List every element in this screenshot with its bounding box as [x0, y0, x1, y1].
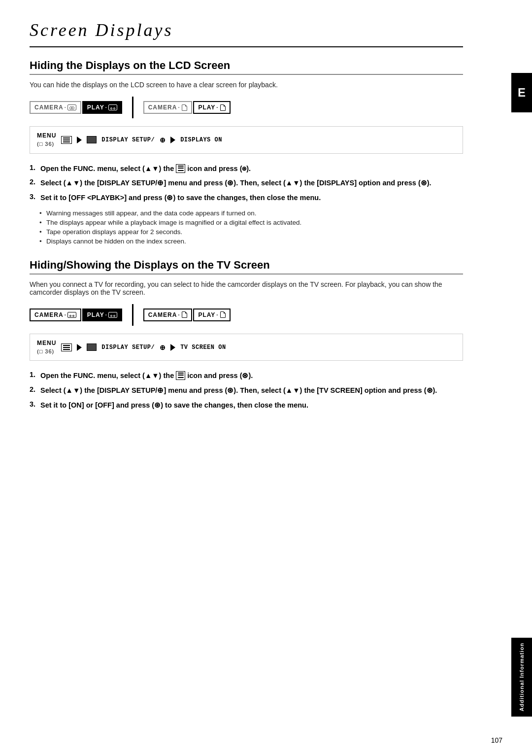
dot-sep-2: · — [105, 104, 107, 110]
step-content-2-1: Open the FUNC. menu, select (▲▼) the ☰ i… — [40, 371, 253, 381]
step-1-3: 3. Set it to [OFF <PLAYBK>] and press (⊛… — [30, 193, 463, 204]
bullet-1-4: Displays cannot be hidden on the index s… — [39, 238, 463, 245]
step-num-1-3: 3. — [30, 193, 37, 204]
play-card-badge-2: PLAY · — [193, 309, 231, 321]
dot-sep-7: · — [178, 312, 180, 318]
flow-arrow-2 — [170, 137, 175, 143]
play-tape-badge-2: PLAY · — [82, 309, 122, 321]
section-lcd: Hiding the Displays on the LCD Screen Yo… — [30, 59, 463, 245]
section-tv: Hiding/Showing the Displays on the TV Sc… — [30, 259, 463, 411]
bullet-1-3: Tape operation displays appear for 2 sec… — [39, 228, 463, 236]
flow-arrow-1 — [77, 137, 82, 143]
section1-left-badges: CAMERA · PLAY · — [30, 101, 122, 114]
section2-mode-row: CAMERA · PLAY · — [30, 304, 463, 326]
menu-title-1: MENU (□ 36) — [37, 132, 56, 148]
menu-line-1 — [63, 137, 70, 138]
step-1-1: 1. Open the FUNC. menu, select (▲▼) the … — [30, 164, 463, 174]
step-2-1: 1. Open the FUNC. menu, select (▲▼) the … — [30, 371, 463, 381]
dot-sep-3: · — [178, 104, 180, 110]
mode-vert-sep-1 — [132, 97, 133, 118]
dot-sep-4: · — [216, 104, 218, 110]
dot-sep-8: · — [216, 312, 218, 318]
dot-sep-6: · — [105, 312, 107, 318]
menu-line-3 — [63, 141, 70, 142]
section1-heading: Hiding the Displays on the LCD Screen — [30, 59, 463, 75]
section1-steps: 1. Open the FUNC. menu, select (▲▼) the … — [30, 164, 463, 204]
flow-screen-icon-2 — [87, 344, 97, 351]
camera-tape-badge-2: CAMERA · — [30, 309, 81, 321]
play-label-4: PLAY — [198, 311, 215, 318]
displays-on-label-1: DISPLAYS ON — [180, 137, 222, 143]
set-symbol-1: ⊕ — [160, 136, 166, 144]
sidebar-additional-text: Additional Information — [519, 643, 525, 711]
display-setup-label-2: DISPLAY SETUP/ — [101, 344, 155, 351]
menu-line-2 — [63, 139, 70, 140]
menu-line-5 — [63, 347, 70, 348]
step-content-1-3: Set it to [OFF <PLAYBK>] and press (⊛) t… — [40, 193, 321, 204]
camera-label-1: CAMERA — [34, 104, 64, 111]
step-2-3: 3. Set it to [ON] or [OFF] and press (⊛)… — [30, 400, 463, 411]
dot-sep-5: · — [65, 312, 66, 318]
flow-arrow-4 — [170, 344, 175, 351]
section1-intro: You can hide the displays on the LCD scr… — [30, 81, 463, 89]
play-label-3: PLAY — [87, 311, 104, 318]
camera-label-4: CAMERA — [148, 311, 177, 318]
play-label-2: PLAY — [198, 104, 215, 111]
flow-screen-icon-1 — [87, 136, 97, 143]
play-card-badge-1: PLAY · — [193, 101, 231, 114]
play-tape-badge-1: PLAY · — [82, 101, 122, 114]
step-2-2: 2. Select (▲▼) the [DISPLAY SETUP/⊕] men… — [30, 385, 463, 396]
page-title: Screen Displays — [30, 20, 463, 40]
mode-vert-sep-2 — [132, 304, 133, 326]
step-num-1-1: 1. — [30, 164, 37, 174]
menu-label-1: MENU — [37, 132, 56, 139]
section1-bullets: Warning messages still appear, and the d… — [39, 209, 463, 245]
step-num-2-2: 2. — [30, 385, 37, 396]
camera-label-2: CAMERA — [148, 104, 177, 111]
step-1-2: 2. Select (▲▼) the [DISPLAY SETUP/⊕] men… — [30, 178, 463, 189]
menu-title-2: MENU (□ 36) — [37, 339, 56, 356]
flow-menu-icon-2 — [61, 344, 72, 351]
bullet-1-1: Warning messages still appear, and the d… — [39, 209, 463, 217]
section2-right-badges: CAMERA · PLAY · — [143, 309, 231, 321]
section2-heading: Hiding/Showing the Displays on the TV Sc… — [30, 259, 463, 275]
section1-mode-row: CAMERA · PLAY · CAMERA · — [30, 97, 463, 118]
section2-flow-row: MENU (□ 36) DISPLAY SETUP/ ⊕ TV SCREEN O… — [30, 334, 463, 361]
section1-flow-row: MENU (□ 36) DISPLAY SETUP/ ⊕ DISPLAYS ON — [30, 126, 463, 154]
camera-label-3: CAMERA — [34, 311, 64, 318]
menu-line-6 — [63, 349, 70, 350]
flow-menu-icon-1 — [61, 136, 72, 144]
title-rule — [30, 46, 463, 47]
flow-arrow-3 — [77, 344, 82, 351]
step-content-1-1: Open the FUNC. menu, select (▲▼) the ☰ i… — [40, 164, 251, 174]
step-num-1-2: 2. — [30, 178, 37, 189]
step-content-1-2: Select (▲▼) the [DISPLAY SETUP/⊕] menu a… — [40, 178, 432, 189]
step-num-2-3: 3. — [30, 400, 37, 411]
play-label-1: PLAY — [87, 104, 104, 111]
display-setup-label-1: DISPLAY SETUP/ — [101, 137, 155, 143]
step-content-2-3: Set it to [ON] or [OFF] and press (⊛) to… — [40, 400, 308, 411]
sidebar-additional: Additional Information — [511, 638, 532, 717]
section2-left-badges: CAMERA · PLAY · — [30, 309, 122, 321]
sidebar-e-label: E — [511, 73, 532, 112]
camera-tape-badge-1: CAMERA · — [30, 101, 81, 114]
section2-intro: When you connect a TV for recording, you… — [30, 280, 463, 296]
step-num-2-1: 1. — [30, 371, 37, 381]
camera-card-badge-2: CAMERA · — [143, 309, 193, 321]
camera-card-badge-1: CAMERA · — [143, 101, 193, 114]
dot-sep-1: · — [65, 104, 66, 110]
section1-right-badges: CAMERA · PLAY · — [143, 101, 231, 114]
bullet-1-2: The displays appear while a playback ima… — [39, 219, 463, 226]
cassette-icon-1 — [67, 104, 76, 110]
tv-screen-on-label: TV SCREEN ON — [180, 344, 226, 351]
menu-line-4 — [63, 345, 70, 346]
menu-label-2: MENU — [37, 340, 56, 346]
step-content-2-2: Select (▲▼) the [DISPLAY SETUP/⊕] menu a… — [40, 385, 437, 396]
menu-ref-2: (□ 36) — [37, 348, 54, 354]
page-container: Screen Displays Hiding the Displays on t… — [0, 0, 493, 447]
menu-ref-1: (□ 36) — [37, 141, 54, 147]
set-symbol-2: ⊕ — [160, 344, 166, 351]
page-number: 107 — [491, 736, 502, 744]
section2-steps: 1. Open the FUNC. menu, select (▲▼) the … — [30, 371, 463, 411]
